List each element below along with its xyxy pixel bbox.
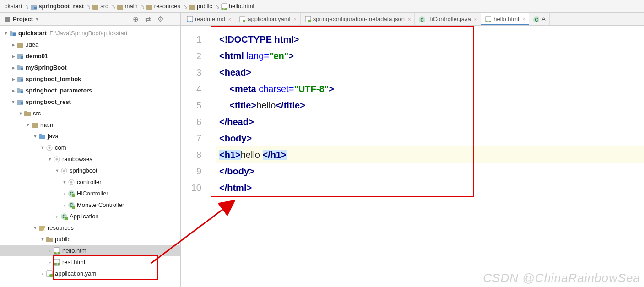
- chevron-right-icon: [110, 4, 115, 9]
- tree-twisty[interactable]: ▼: [47, 157, 53, 162]
- code-token: <head>: [219, 67, 251, 77]
- code-token: </title>: [276, 100, 305, 110]
- tree-twisty[interactable]: ▼: [61, 180, 68, 184]
- tree-spacer: ▸: [47, 260, 53, 265]
- tree-spacer: ▸: [61, 203, 68, 207]
- tree-folder[interactable]: ▼resources: [0, 222, 180, 233]
- breadcrumb-item[interactable]: hello.html: [219, 3, 256, 10]
- tree-twisty[interactable]: ▶: [10, 88, 16, 93]
- editor-tab[interactable]: readme.md×: [183, 13, 235, 25]
- editor-tab[interactable]: spring-configuration-metadata.json×: [301, 13, 415, 25]
- code-token: hello: [256, 100, 276, 110]
- tree-root[interactable]: ▼ quickstart E:\Java\SpringBoot\quicksta…: [0, 27, 180, 39]
- close-icon[interactable]: ×: [228, 16, 231, 22]
- tree-folder[interactable]: ▼java: [0, 130, 180, 142]
- tree-twisty[interactable]: ▼: [25, 123, 31, 127]
- module-icon: [16, 98, 24, 106]
- md-icon: [186, 16, 193, 22]
- tree-file[interactable]: ▸HiController: [0, 188, 180, 199]
- hide-icon[interactable]: —: [170, 15, 177, 23]
- yaml-icon: [46, 270, 53, 277]
- tree-twisty[interactable]: ▶: [10, 43, 16, 47]
- breadcrumb-item[interactable]: ckstart: [3, 3, 24, 10]
- tree-file[interactable]: ▸Application: [0, 211, 180, 222]
- editor-tab[interactable]: HiController.java×: [415, 13, 481, 25]
- locate-icon[interactable]: ⊕: [133, 15, 139, 23]
- tree-folder[interactable]: ▼main: [0, 119, 180, 130]
- breadcrumb-item[interactable]: springboot_rest: [28, 3, 86, 10]
- project-title[interactable]: Project ▼: [4, 16, 39, 23]
- gear-icon[interactable]: ⚙: [157, 15, 163, 23]
- project-tree[interactable]: ▼ quickstart E:\Java\SpringBoot\quicksta…: [0, 26, 180, 287]
- project-tool-window: Project ▼ ⊕ ⇄ ⚙ — ▼ quickstart E:\Java\S…: [0, 13, 181, 287]
- fold-strip: [210, 26, 216, 287]
- folder-icon: [46, 236, 53, 243]
- close-icon[interactable]: ×: [522, 16, 525, 22]
- breadcrumb-item[interactable]: resources: [144, 3, 182, 10]
- code-line[interactable]: </head>: [219, 114, 644, 130]
- code-line[interactable]: <title>hello</title>: [219, 97, 644, 114]
- close-icon[interactable]: ×: [293, 16, 296, 22]
- code-content[interactable]: <!DOCTYPE html><html lang="en"><head> <m…: [216, 26, 644, 287]
- tree-twisty[interactable]: ▼: [17, 111, 24, 116]
- tree-label: demo01: [26, 53, 48, 60]
- tree-label: hello.html: [62, 247, 88, 254]
- tree-folder[interactable]: ▼rainbowsea: [0, 153, 180, 165]
- breadcrumb-label: hello.html: [229, 3, 254, 10]
- project-header: Project ▼ ⊕ ⇄ ⚙ —: [0, 13, 180, 26]
- tree-twisty[interactable]: ▼: [54, 168, 60, 173]
- yaml-icon: [239, 16, 245, 22]
- tree-file[interactable]: ▸application.yaml: [0, 268, 180, 279]
- editor-tab[interactable]: hello.html×: [481, 13, 529, 25]
- close-icon[interactable]: ×: [408, 16, 411, 22]
- tree-folder[interactable]: ▼com: [0, 142, 180, 153]
- tree-file[interactable]: ▸MonsterController: [0, 199, 180, 211]
- tree-folder[interactable]: ▶.idea: [0, 39, 180, 50]
- editor-tab[interactable]: A: [529, 13, 550, 25]
- code-line[interactable]: <html lang="en">: [219, 48, 644, 64]
- editor-tab[interactable]: application.yaml×: [235, 13, 301, 25]
- folder-icon: [31, 121, 38, 129]
- code-editor[interactable]: 12345678910 <!DOCTYPE html><html lang="e…: [181, 26, 644, 287]
- tree-folder[interactable]: ▶demo01: [0, 50, 180, 62]
- chevron-right-icon: [182, 4, 187, 9]
- tree-folder[interactable]: ▶springboot_lombok: [0, 73, 180, 85]
- resfolder-icon: [38, 224, 46, 232]
- tree-twisty[interactable]: ▼: [10, 100, 16, 104]
- code-line[interactable]: <head>: [219, 64, 644, 81]
- tree-twisty[interactable]: ▼: [39, 237, 46, 242]
- breadcrumb-label: main: [125, 3, 138, 10]
- code-line[interactable]: </html>: [219, 179, 644, 196]
- tree-twisty[interactable]: ▶: [10, 77, 16, 81]
- folder-icon: [24, 110, 31, 117]
- tree-file[interactable]: ▸hello.html: [0, 245, 180, 256]
- tree-folder[interactable]: ▶mySpringBoot: [0, 62, 180, 73]
- code-line[interactable]: <!DOCTYPE html>: [219, 31, 644, 48]
- breadcrumb-item[interactable]: public: [187, 3, 214, 10]
- tree-folder[interactable]: ▼src: [0, 108, 180, 119]
- tree-twisty[interactable]: ▼: [32, 134, 38, 139]
- breadcrumb-item[interactable]: main: [115, 3, 140, 10]
- tree-folder[interactable]: ▶springboot_parameters: [0, 85, 180, 96]
- expand-icon[interactable]: ⇄: [145, 15, 151, 23]
- close-icon[interactable]: ×: [474, 16, 477, 22]
- code-token: </html>: [219, 183, 252, 193]
- tree-folder[interactable]: ▼springboot_rest: [0, 96, 180, 108]
- breadcrumb-item[interactable]: src: [90, 3, 110, 10]
- code-line[interactable]: <body>: [219, 130, 644, 146]
- tree-twisty[interactable]: ▶: [10, 54, 16, 59]
- tree-folder[interactable]: ▼springboot: [0, 165, 180, 176]
- tree-twisty[interactable]: ▶: [10, 65, 16, 70]
- code-line[interactable]: </body>: [219, 163, 644, 179]
- tree-root-path: E:\Java\SpringBoot\quickstart: [49, 30, 128, 37]
- tree-folder[interactable]: ▼public: [0, 233, 180, 245]
- tree-twisty[interactable]: ▼: [39, 146, 46, 150]
- tree-twisty[interactable]: ▼: [32, 226, 38, 230]
- tree-file[interactable]: ▸rest.html: [0, 256, 180, 268]
- code-token: </h1>: [263, 150, 287, 160]
- code-line[interactable]: <meta charset="UTF-8">: [219, 81, 644, 97]
- tree-label: mySpringBoot: [26, 64, 67, 71]
- tree-folder[interactable]: ▼controller: [0, 176, 180, 188]
- code-line[interactable]: <h1>hello </h1>: [219, 146, 644, 163]
- class-sp-icon: [60, 213, 68, 220]
